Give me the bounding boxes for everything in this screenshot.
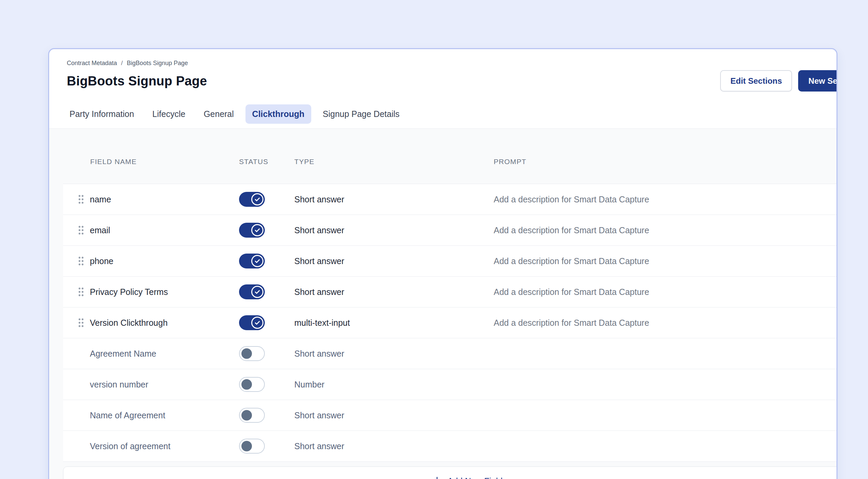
tabs-section: Party InformationLifecycleGeneralClickth…: [49, 92, 836, 129]
field-type: Short answer: [294, 411, 344, 420]
toggle-knob: [241, 441, 252, 452]
field-name: name: [90, 195, 111, 204]
toggle-knob: [251, 255, 263, 267]
check-icon: [254, 288, 261, 295]
field-type: Short answer: [294, 349, 344, 359]
table-body: nameShort answerAdd a description for Sm…: [63, 184, 837, 462]
check-icon: [254, 227, 261, 234]
status-toggle[interactable]: [239, 346, 265, 361]
status-toggle[interactable]: [239, 408, 265, 423]
table-row: Privacy Policy TermsShort answerAdd a de…: [63, 276, 837, 307]
table-row: Name of AgreementShort answer: [63, 400, 837, 431]
tab-general[interactable]: General: [197, 104, 241, 124]
field-type: Short answer: [294, 287, 344, 297]
page-title: BigBoots Signup Page: [67, 73, 207, 89]
field-type: multi-text-input: [294, 318, 350, 328]
toggle-knob: [251, 317, 263, 329]
field-name: Version of agreement: [90, 441, 171, 451]
column-header-status: STATUS: [239, 158, 268, 166]
table-row: version numberNumber: [63, 369, 837, 400]
status-toggle[interactable]: [239, 254, 265, 268]
table-row: phoneShort answerAdd a description for S…: [63, 245, 837, 276]
field-name: Privacy Policy Terms: [90, 287, 168, 297]
toggle-knob: [241, 410, 252, 421]
tab-party-information[interactable]: Party Information: [63, 104, 141, 124]
drag-handle-icon[interactable]: [78, 287, 84, 297]
field-name: email: [90, 225, 110, 235]
edit-sections-button[interactable]: Edit Sections: [720, 70, 792, 92]
status-toggle[interactable]: [239, 284, 265, 299]
column-header-prompt: PROMPT: [494, 158, 526, 166]
field-type: Short answer: [294, 195, 344, 204]
prompt-placeholder[interactable]: Add a description for Smart Data Capture: [494, 287, 649, 297]
table-row: emailShort answerAdd a description for S…: [63, 215, 837, 245]
prompt-placeholder[interactable]: Add a description for Smart Data Capture: [494, 318, 649, 328]
column-header-field-name: FIELD NAME: [90, 158, 137, 166]
prompt-placeholder[interactable]: Add a description for Smart Data Capture: [494, 195, 649, 204]
breadcrumb-separator: /: [121, 60, 123, 67]
tab-signup-page-details[interactable]: Signup Page Details: [316, 104, 407, 124]
field-name: Name of Agreement: [90, 411, 165, 420]
field-name: phone: [90, 256, 114, 266]
field-type: Short answer: [294, 441, 344, 451]
toggle-knob: [241, 348, 252, 359]
fields-table: FIELD NAME STATUS TYPE PROMPT nameShort …: [63, 129, 837, 462]
table-row: Agreement NameShort answer: [63, 338, 837, 369]
prompt-placeholder[interactable]: Add a description for Smart Data Capture: [494, 256, 649, 266]
check-icon: [254, 196, 261, 203]
prompt-placeholder[interactable]: Add a description for Smart Data Capture: [494, 225, 649, 235]
toggle-knob: [241, 379, 252, 390]
field-name: Agreement Name: [90, 349, 156, 359]
page-background: { "colors": { "navy": "#1e3a8a", "page_b…: [0, 0, 868, 479]
add-new-field-label: Add New Field: [448, 476, 503, 479]
status-toggle[interactable]: [239, 223, 265, 238]
table-row: nameShort answerAdd a description for Sm…: [63, 184, 837, 215]
main-card: Contract Metadata / BigBoots Signup Page…: [48, 48, 837, 479]
drag-handle-icon[interactable]: [78, 256, 84, 266]
breadcrumb-current-page: BigBoots Signup Page: [127, 60, 188, 67]
field-type: Number: [294, 380, 324, 390]
add-new-field-inner: Add New Field: [432, 476, 503, 479]
tab-lifecycle[interactable]: Lifecycle: [145, 104, 192, 124]
add-new-field-button[interactable]: Add New Field: [63, 466, 837, 479]
field-name: version number: [90, 380, 148, 390]
toggle-knob: [251, 286, 263, 298]
header-actions: Edit Sections New Section: [720, 70, 837, 92]
plus-icon: [432, 476, 442, 479]
breadcrumb: Contract Metadata / BigBoots Signup Page: [67, 59, 837, 67]
status-toggle[interactable]: [239, 192, 265, 207]
drag-handle-icon[interactable]: [78, 195, 84, 204]
table-row: Version Clickthroughmulti-text-inputAdd …: [63, 307, 837, 338]
toggle-knob: [251, 224, 263, 236]
check-icon: [254, 319, 261, 326]
tab-clickthrough[interactable]: Clickthrough: [245, 104, 311, 124]
drag-handle-icon[interactable]: [78, 225, 84, 235]
field-type: Short answer: [294, 225, 344, 235]
field-type: Short answer: [294, 256, 344, 266]
table-row: Version of agreementShort answer: [63, 431, 837, 462]
status-toggle[interactable]: [239, 315, 265, 330]
status-toggle[interactable]: [239, 377, 265, 392]
tab-bar: Party InformationLifecycleGeneralClickth…: [63, 104, 836, 124]
status-toggle[interactable]: [239, 439, 265, 454]
toggle-knob: [251, 193, 263, 205]
new-section-button[interactable]: New Section: [798, 70, 837, 92]
table-header-row: FIELD NAME STATUS TYPE PROMPT: [63, 129, 837, 184]
drag-handle-icon[interactable]: [78, 318, 84, 328]
card-header: Contract Metadata / BigBoots Signup Page…: [49, 49, 837, 92]
title-row: BigBoots Signup Page Edit Sections New S…: [67, 70, 837, 92]
breadcrumb-link-contract-metadata[interactable]: Contract Metadata: [67, 60, 117, 67]
fields-table-section: FIELD NAME STATUS TYPE PROMPT nameShort …: [49, 129, 836, 479]
check-icon: [254, 258, 261, 264]
column-header-type: TYPE: [294, 158, 314, 166]
field-name: Version Clickthrough: [90, 318, 167, 328]
